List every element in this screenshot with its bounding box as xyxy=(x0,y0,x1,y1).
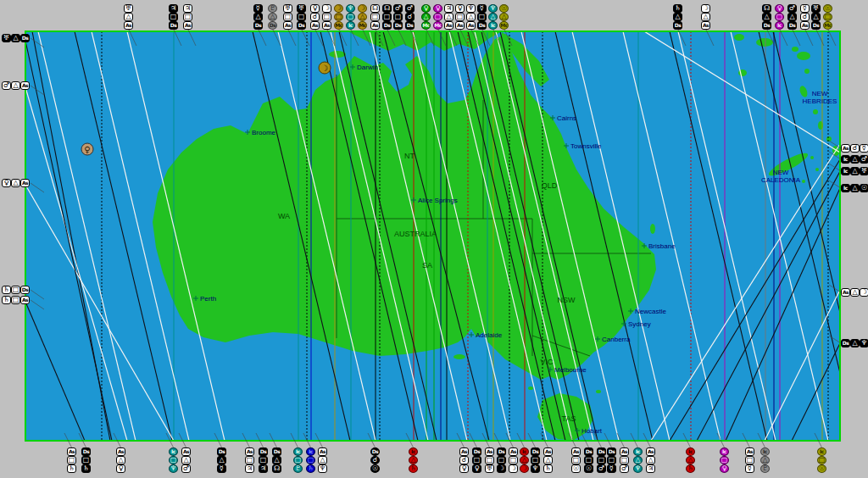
planet-aspect-glyph: ♅ xyxy=(297,4,306,13)
planet-aspect-glyph: ♆ xyxy=(860,339,868,347)
planet-aspect-glyph: ☊ xyxy=(370,4,380,13)
region-label: VIC xyxy=(540,358,554,366)
planet-aspect-glyph: △ xyxy=(686,456,695,464)
planet-aspect-glyph: △ xyxy=(760,456,770,464)
planet-aspect-glyph: □ xyxy=(169,13,178,21)
planet-aspect-glyph: ♀ xyxy=(459,464,469,473)
line-label-stack: ♅△Ds xyxy=(811,4,821,30)
line-label-stack: As□♃ xyxy=(245,447,254,473)
line-label-stack: ♂△As xyxy=(2,81,30,90)
angle-glyph: Ds xyxy=(268,21,277,30)
line-label-stack: ☊□Ds xyxy=(382,4,392,30)
planet-aspect-glyph: ♆ xyxy=(488,4,498,13)
planet-aspect-glyph: □ xyxy=(509,456,518,464)
planet-aspect-glyph: ♀ xyxy=(433,4,442,13)
line-label-stack: ♀□As xyxy=(455,4,465,30)
planet-aspect-glyph: ♀ xyxy=(720,464,729,473)
line-label-stack: Ic□☉ xyxy=(817,447,826,473)
planet-aspect-glyph: ♃ xyxy=(444,4,453,13)
planet-aspect-glyph: □ xyxy=(370,13,380,21)
line-label-stack: ☉□Mc xyxy=(823,4,832,30)
angle-glyph: Ds xyxy=(81,447,91,456)
line-label-stack: ♅△Ds xyxy=(2,34,30,42)
island xyxy=(802,180,805,183)
line-label-stack: ♃□Ds xyxy=(169,4,178,30)
planet-aspect-glyph: ☿ xyxy=(860,144,868,153)
planet-aspect-glyph: △ xyxy=(268,13,277,21)
planet-aspect-glyph: ♅ xyxy=(811,4,821,13)
planet-aspect-glyph: ☽ xyxy=(334,4,343,13)
line-label-stack: ♃△As xyxy=(444,4,453,30)
planet-aspect-glyph: ♄ xyxy=(409,464,418,473)
angle-glyph: As xyxy=(620,447,629,456)
line-label-stack: ☿☌As xyxy=(800,4,810,30)
island xyxy=(329,51,346,58)
angle-glyph: As xyxy=(67,447,76,456)
angle-glyph: Ic xyxy=(686,447,695,456)
angle-glyph: Ic xyxy=(409,447,418,456)
angle-glyph: Ds xyxy=(253,21,263,30)
planet-aspect-glyph: □ xyxy=(497,456,506,464)
angle-glyph: Ds xyxy=(20,34,30,42)
line-label-stack: Ic□♇ xyxy=(293,447,303,473)
city-label: Alice Springs xyxy=(418,197,458,204)
line-label-stack: Ic△☽ xyxy=(520,447,529,473)
planet-aspect-glyph: ♄ xyxy=(686,464,695,473)
planet-aspect-glyph: □ xyxy=(531,456,540,464)
planet-aspect-glyph: ♃ xyxy=(259,464,268,473)
line-label-stack: ♂☌Ds xyxy=(405,4,415,30)
planet-aspect-glyph: □ xyxy=(11,296,20,304)
line-label-stack: As☌☿ xyxy=(841,144,868,153)
angle-glyph: Ds xyxy=(762,21,771,30)
angle-glyph: Ic xyxy=(520,447,529,456)
line-label-stack: Ic△☉ xyxy=(841,184,868,192)
planet-aspect-glyph: △ xyxy=(11,34,20,42)
map-canvas[interactable]: ☽♀WANTQLDSANSWVICTASAUSTRALIANEWHEBRIDES… xyxy=(0,0,868,478)
angle-glyph: Ds xyxy=(584,447,593,456)
planet-aspect-glyph: △ xyxy=(444,13,453,21)
planet-aspect-glyph: ♄ xyxy=(543,464,553,473)
planet-aspect-glyph: ♂ xyxy=(620,464,629,473)
planet-aspect-glyph: ♆ xyxy=(466,4,476,13)
planet-aspect-glyph: ☿ xyxy=(745,464,754,473)
angle-glyph: As xyxy=(322,21,331,30)
angle-glyph: Ic xyxy=(817,447,826,456)
planet-aspect-glyph: ☿ xyxy=(800,4,810,13)
angle-glyph: As xyxy=(124,21,133,30)
line-label-stack: Ic△♄ xyxy=(409,447,418,473)
planet-aspect-glyph: ☊ xyxy=(382,4,392,13)
line-label-stack: ♅□As xyxy=(283,4,292,30)
island xyxy=(813,109,818,114)
city-label: Canberra xyxy=(602,336,631,343)
island xyxy=(429,92,436,97)
planet-aspect-glyph: ♇ xyxy=(760,464,770,473)
line-label-stack: Ic△♄ xyxy=(686,447,695,473)
planet-aspect-glyph: △ xyxy=(11,179,20,187)
planet-aspect-glyph: □ xyxy=(183,13,192,21)
planet-aspect-glyph: △ xyxy=(762,13,771,21)
angle-glyph: Ic xyxy=(841,155,850,164)
planet-aspect-glyph: ☌ xyxy=(459,456,469,464)
planet-aspect-glyph: ♂ xyxy=(393,4,403,13)
planet-aspect-glyph: □ xyxy=(433,13,442,21)
planet-aspect-glyph: □ xyxy=(472,456,481,464)
planet-aspect-glyph: ☊ xyxy=(272,464,281,473)
planet-aspect-glyph: ☽ xyxy=(701,4,710,13)
planet-marker-glyph: ♀ xyxy=(84,145,90,154)
angle-glyph: Mc xyxy=(823,21,832,30)
planet-aspect-glyph: ♆ xyxy=(531,464,540,473)
angle-glyph: Ds xyxy=(787,21,797,30)
island xyxy=(528,386,533,390)
angle-glyph: Ds xyxy=(472,447,481,456)
planet-aspect-glyph: ♆ xyxy=(318,464,327,473)
planet-aspect-glyph: ♀ xyxy=(775,4,784,13)
island xyxy=(804,69,810,74)
angle-glyph: As xyxy=(183,21,192,30)
island xyxy=(650,224,655,234)
planet-aspect-glyph: □ xyxy=(817,456,826,464)
line-label-stack: ♂△Ds xyxy=(787,4,797,30)
planet-aspect-glyph: △ xyxy=(116,456,125,464)
line-label-stack: ♄□As xyxy=(2,296,30,304)
city-label: Sydney xyxy=(628,320,651,328)
planet-aspect-glyph: △ xyxy=(520,456,529,464)
